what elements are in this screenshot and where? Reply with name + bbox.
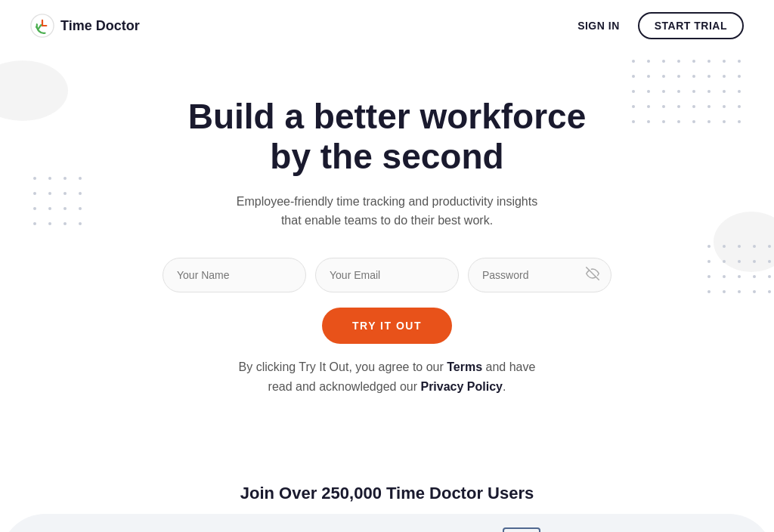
logo-link[interactable]: Time Doctor bbox=[30, 14, 140, 38]
start-trial-button[interactable]: START TRIAL bbox=[638, 12, 744, 39]
legal-suffix: . bbox=[503, 380, 506, 393]
bbb-logo: BBB bbox=[503, 527, 540, 532]
legal-prefix: By clicking Try It Out, you agree to our bbox=[239, 360, 447, 373]
hero-subtext: Employee-friendly time tracking and prod… bbox=[228, 192, 546, 230]
password-wrapper bbox=[468, 258, 611, 292]
bbb-seal: BBB bbox=[503, 527, 540, 532]
brand-logos-row: Boost MEDIA ERICSSON THRIVE — MARKET — k… bbox=[15, 527, 759, 532]
logo-text: Time Doctor bbox=[60, 18, 140, 34]
sign-in-button[interactable]: SIGN IN bbox=[577, 20, 620, 32]
social-proof-section: Join Over 250,000 Time Doctor Users Boos… bbox=[0, 446, 774, 532]
name-input[interactable] bbox=[163, 258, 306, 292]
terms-link[interactable]: Terms bbox=[447, 360, 482, 373]
password-toggle-icon[interactable] bbox=[586, 267, 599, 283]
nav-right: SIGN IN START TRIAL bbox=[577, 12, 744, 39]
hero-headline-line2: by the second bbox=[270, 137, 503, 176]
hero-headline: Build a better workforce by the second bbox=[15, 97, 759, 177]
social-proof-heading: Join Over 250,000 Time Doctor Users bbox=[15, 484, 759, 503]
try-it-out-button[interactable]: TrY IT OuT bbox=[322, 308, 452, 344]
hero-headline-line1: Build a better workforce bbox=[188, 97, 587, 136]
hero-section: Build a better workforce by the second E… bbox=[0, 51, 774, 446]
logo-icon bbox=[30, 14, 54, 38]
legal-text: By clicking Try It Out, you agree to our… bbox=[228, 357, 546, 396]
header: Time Doctor SIGN IN START TRIAL bbox=[0, 0, 774, 51]
signup-form bbox=[15, 258, 759, 292]
email-input[interactable] bbox=[315, 258, 459, 292]
privacy-link[interactable]: Privacy Policy bbox=[420, 380, 503, 393]
